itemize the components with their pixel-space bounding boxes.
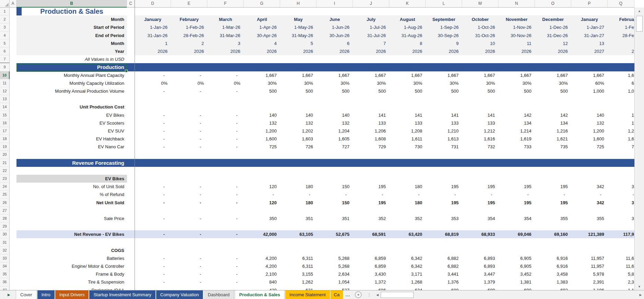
cell-P36[interactable]: 2,391 — [571, 278, 608, 286]
row-header-21[interactable]: 21 — [0, 159, 10, 167]
cell-M36[interactable]: 1,379 — [462, 278, 498, 286]
cell-J33[interactable]: 6,859 — [353, 254, 389, 262]
cell-B5[interactable]: Month — [16, 39, 127, 47]
cell-E23[interactable] — [171, 175, 207, 183]
cell-K5[interactable]: 8 — [389, 39, 426, 47]
cell-M32[interactable] — [462, 246, 498, 254]
cell-D2[interactable]: January — [135, 15, 171, 23]
cell-P11[interactable]: 60% — [571, 79, 608, 87]
cell-A23[interactable] — [10, 175, 16, 183]
cell-M27[interactable] — [462, 207, 498, 215]
cell-C29[interactable] — [127, 222, 135, 230]
cell-Q33[interactable]: 11,6 — [608, 254, 634, 262]
cell-G13[interactable] — [244, 95, 280, 103]
cell-J3[interactable]: 1-Jul-26 — [353, 23, 389, 31]
cell-Q2[interactable]: Februa — [608, 15, 634, 23]
scroll-down-icon[interactable]: ▼ — [635, 283, 644, 290]
cell-G37[interactable]: 420 — [244, 286, 280, 290]
cell-G26[interactable]: 120 — [244, 199, 280, 207]
cell-Q26[interactable]: 3 — [608, 199, 634, 207]
cell-M34[interactable]: 6,893 — [462, 262, 498, 270]
cell-L11[interactable]: 30% — [426, 79, 462, 87]
cell-I37[interactable]: 527 — [317, 286, 353, 290]
cell-B29[interactable] — [16, 222, 127, 230]
row-header-18[interactable]: 18 — [0, 135, 10, 143]
cell-O10[interactable]: 1,667 — [535, 71, 571, 79]
cell-C3[interactable] — [127, 23, 135, 31]
cell-M30[interactable]: 68,933 — [462, 230, 498, 238]
cell-Q19[interactable]: 7 — [608, 143, 634, 151]
add-sheet-button[interactable]: + — [355, 291, 361, 298]
cell-P16[interactable]: 132 — [571, 119, 608, 127]
cell-E12[interactable]: - — [171, 87, 207, 95]
cell-K22[interactable] — [389, 167, 426, 175]
cell-A20[interactable] — [10, 151, 16, 159]
cell-G30[interactable]: 42,000 — [244, 230, 280, 238]
cell-A26[interactable] — [10, 199, 16, 207]
cell-E22[interactable] — [171, 167, 207, 175]
cell-O17[interactable]: 1,216 — [535, 127, 571, 135]
cell-C21[interactable] — [127, 159, 135, 167]
cell-N6[interactable]: 2026 — [498, 47, 535, 55]
cell-M37[interactable]: 689 — [462, 286, 498, 290]
cell-G9[interactable] — [244, 63, 280, 71]
cell-C30[interactable] — [127, 230, 135, 238]
cell-G3[interactable]: 1-Apr-26 — [244, 23, 280, 31]
cell-A5[interactable] — [10, 39, 16, 47]
cell-N13[interactable] — [498, 95, 535, 103]
cell-Q4[interactable]: 28-Fe — [608, 32, 634, 39]
cell-G1[interactable] — [244, 8, 280, 15]
cell-K4[interactable]: 31-Aug-26 — [389, 32, 426, 39]
cell-C4[interactable] — [127, 32, 135, 39]
cell-C37[interactable] — [127, 286, 135, 290]
cell-F5[interactable]: 3 — [207, 39, 244, 47]
row-header-9[interactable]: 9 — [0, 63, 10, 71]
row-header-28[interactable]: 28 — [0, 215, 10, 222]
cell-D1[interactable] — [135, 8, 171, 15]
cell-N10[interactable]: 1,667 — [498, 71, 535, 79]
cell-A35[interactable] — [10, 270, 16, 278]
cell-H11[interactable]: 30% — [280, 79, 317, 87]
cell-G24[interactable]: 120 — [244, 183, 280, 191]
cell-O1[interactable] — [535, 8, 571, 15]
cell-B10[interactable]: Monthly Annual Plant Capacity — [16, 71, 127, 79]
cell-F14[interactable] — [207, 103, 244, 111]
cell-K16[interactable]: 133 — [389, 119, 426, 127]
cell-M4[interactable]: 31-Oct-26 — [462, 32, 498, 39]
cell-N15[interactable]: 142 — [498, 111, 535, 119]
cell-I27[interactable] — [317, 207, 353, 215]
cell-D7[interactable] — [135, 55, 171, 63]
cell-D32[interactable] — [135, 246, 171, 254]
cell-D30[interactable]: - — [135, 230, 171, 238]
cell-J1[interactable] — [353, 8, 389, 15]
cell-D22[interactable] — [135, 167, 171, 175]
hscroll-left-icon[interactable]: ◀ — [374, 290, 381, 299]
cell-P21[interactable] — [571, 159, 608, 167]
cell-B22[interactable] — [16, 167, 127, 175]
cell-N18[interactable]: 1,619 — [498, 135, 535, 143]
cell-J28[interactable]: 352 — [353, 215, 389, 222]
cell-N9[interactable] — [498, 63, 535, 71]
cell-K2[interactable]: August — [389, 15, 426, 23]
cell-M3[interactable]: 1-Oct-26 — [462, 23, 498, 31]
cell-M15[interactable]: 141 — [462, 111, 498, 119]
cell-E13[interactable] — [171, 95, 207, 103]
cell-I32[interactable] — [317, 246, 353, 254]
cell-N14[interactable] — [498, 103, 535, 111]
cell-L27[interactable] — [426, 207, 462, 215]
cell-O27[interactable] — [535, 207, 571, 215]
cell-Q9[interactable] — [608, 63, 634, 71]
cell-M35[interactable]: 3,447 — [462, 270, 498, 278]
cell-P26[interactable]: 342 — [571, 199, 608, 207]
cell-C20[interactable] — [127, 151, 135, 159]
cell-H18[interactable]: 1,603 — [280, 135, 317, 143]
cell-M13[interactable] — [462, 95, 498, 103]
cell-O4[interactable]: 31-Dec-26 — [535, 32, 571, 39]
cell-N4[interactable]: 30-Nov-26 — [498, 32, 535, 39]
row-header-17[interactable]: 17 — [0, 127, 10, 135]
cell-J13[interactable] — [353, 95, 389, 103]
cell-M26[interactable]: 195 — [462, 199, 498, 207]
cell-L31[interactable] — [426, 238, 462, 246]
cell-I1[interactable] — [317, 8, 353, 15]
cell-M28[interactable]: 354 — [462, 215, 498, 222]
